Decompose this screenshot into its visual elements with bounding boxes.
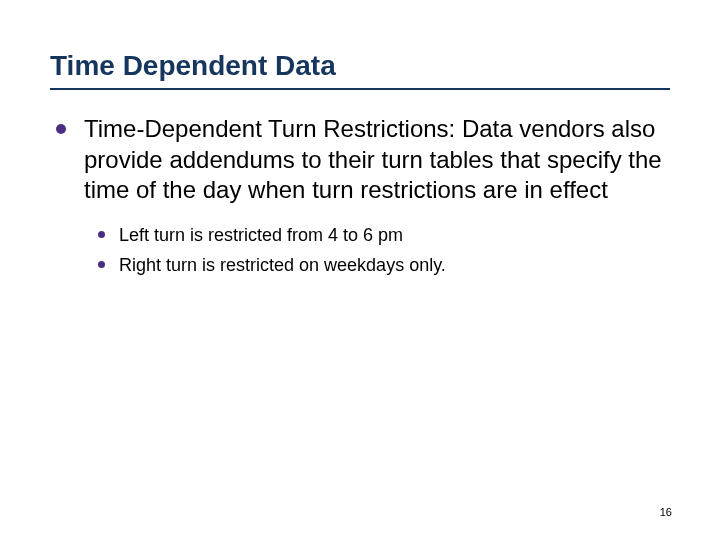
sub-bullet-item: Right turn is restricted on weekdays onl… [98,254,670,277]
page-number: 16 [660,506,672,518]
bullet-icon [56,124,66,134]
sub-bullet-text: Left turn is restricted from 4 to 6 pm [119,224,403,247]
slide-title: Time Dependent Data [50,50,670,90]
bullet-list: Time-Dependent Turn Restrictions: Data v… [50,114,670,206]
sub-bullet-text: Right turn is restricted on weekdays onl… [119,254,446,277]
bullet-icon [98,231,105,238]
sub-bullet-list: Left turn is restricted from 4 to 6 pm R… [98,224,670,277]
bullet-icon [98,261,105,268]
sub-bullet-item: Left turn is restricted from 4 to 6 pm [98,224,670,247]
bullet-item: Time-Dependent Turn Restrictions: Data v… [50,114,670,206]
bullet-text: Time-Dependent Turn Restrictions: Data v… [84,114,670,206]
